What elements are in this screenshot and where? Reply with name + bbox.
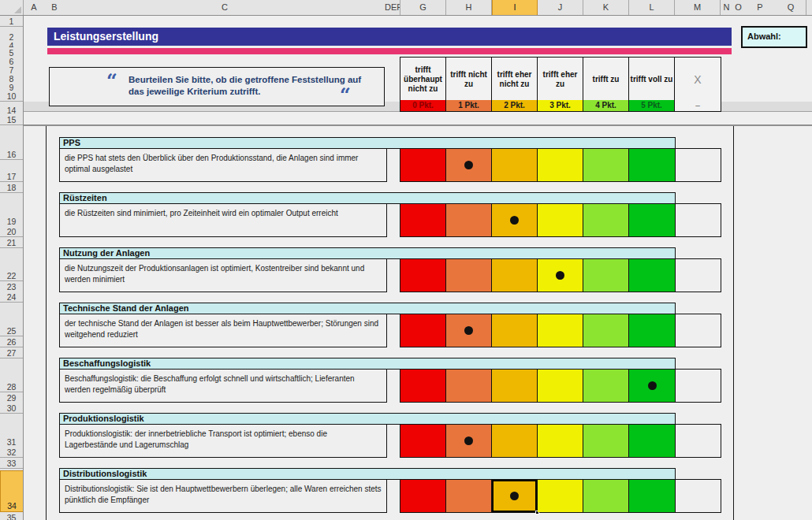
rating-cell-5pkt[interactable] bbox=[629, 425, 675, 457]
rating-cell-0pkt[interactable] bbox=[400, 425, 446, 457]
column-header-def[interactable]: DEF bbox=[385, 0, 400, 15]
criterion-statement: der technische Stand der Anlagen ist bes… bbox=[59, 314, 387, 347]
row-header-21[interactable]: 21 bbox=[0, 237, 23, 248]
row-header-31[interactable]: 31 bbox=[0, 436, 23, 448]
rating-cell-2pkt[interactable] bbox=[492, 204, 538, 236]
rating-cell-1pkt[interactable] bbox=[446, 425, 492, 457]
rating-cell-4pkt[interactable] bbox=[583, 259, 629, 292]
row-header-30[interactable]: 30 bbox=[0, 403, 23, 414]
rating-cell-5pkt[interactable] bbox=[629, 370, 675, 402]
rating-cell-3pkt[interactable] bbox=[538, 480, 583, 512]
rating-cell-4pkt[interactable] bbox=[583, 204, 629, 236]
rating-row bbox=[400, 479, 676, 513]
na-cell[interactable] bbox=[675, 203, 721, 237]
row-header-16[interactable]: 16 bbox=[0, 149, 23, 160]
rating-cell-2pkt[interactable] bbox=[492, 370, 538, 402]
rating-cell-4pkt[interactable] bbox=[583, 149, 629, 181]
column-header-c[interactable]: C bbox=[65, 0, 386, 15]
rating-row bbox=[400, 424, 676, 458]
rating-cell-0pkt[interactable] bbox=[400, 314, 446, 347]
rating-cell-1pkt[interactable] bbox=[446, 314, 492, 347]
column-header-m[interactable]: M bbox=[675, 0, 721, 15]
rating-row bbox=[400, 258, 676, 292]
row-header-15[interactable]: 15 bbox=[0, 114, 23, 125]
rating-cell-0pkt[interactable] bbox=[400, 149, 446, 181]
row-header-1[interactable]: 1 bbox=[0, 16, 23, 27]
select-all-corner[interactable] bbox=[0, 0, 24, 15]
column-header-j[interactable]: J bbox=[538, 0, 583, 15]
na-cell[interactable] bbox=[675, 424, 721, 458]
rating-cell-4pkt[interactable] bbox=[583, 314, 629, 347]
scale-header-1: trifft nicht zu bbox=[446, 58, 492, 101]
rating-cell-5pkt[interactable] bbox=[629, 204, 675, 236]
row-header-35[interactable]: 35 bbox=[0, 512, 23, 520]
na-cell[interactable] bbox=[675, 479, 721, 513]
row-header-25[interactable]: 25 bbox=[0, 325, 23, 336]
rating-cell-4pkt[interactable] bbox=[583, 370, 629, 402]
row-header-23[interactable]: 23 bbox=[0, 281, 23, 292]
column-header-n[interactable]: N bbox=[721, 0, 733, 15]
na-cell[interactable] bbox=[675, 369, 721, 403]
rating-cell-5pkt[interactable] bbox=[629, 480, 675, 512]
rating-cell-2pkt[interactable] bbox=[492, 314, 538, 347]
rating-cell-5pkt[interactable] bbox=[629, 259, 675, 292]
row-header-28[interactable]: 28 bbox=[0, 381, 23, 392]
rating-cell-4pkt[interactable] bbox=[583, 425, 629, 457]
rating-cell-3pkt[interactable] bbox=[538, 204, 583, 236]
row-header-29[interactable]: 29 bbox=[0, 392, 23, 403]
column-header-i[interactable]: I bbox=[492, 0, 538, 15]
category-bar: Technische Stand der Anlagen bbox=[59, 303, 676, 314]
row-header-20[interactable]: 20 bbox=[0, 226, 23, 237]
row-header-26[interactable]: 26 bbox=[0, 336, 23, 347]
criterion-statement: die Rüstzeiten sind minimiert, pro Zeite… bbox=[59, 203, 387, 237]
rating-cell-3pkt[interactable] bbox=[538, 149, 583, 181]
rating-cell-1pkt[interactable] bbox=[446, 259, 492, 292]
rating-cell-0pkt[interactable] bbox=[400, 370, 446, 402]
column-header-a[interactable]: A bbox=[24, 0, 45, 15]
rating-cell-3pkt[interactable] bbox=[538, 314, 583, 347]
na-cell[interactable] bbox=[675, 148, 721, 182]
rating-cell-0pkt[interactable] bbox=[400, 204, 446, 236]
row-header-27[interactable]: 27 bbox=[0, 347, 23, 358]
column-header-q[interactable]: Q bbox=[776, 0, 806, 15]
rating-cell-3pkt[interactable] bbox=[538, 370, 583, 402]
row-header-32[interactable]: 32 bbox=[0, 447, 23, 458]
column-header-p[interactable]: P bbox=[744, 0, 777, 15]
row-header-19[interactable]: 19 bbox=[0, 216, 23, 227]
rating-cell-5pkt[interactable] bbox=[629, 149, 675, 181]
row-header-17[interactable]: 17 bbox=[0, 171, 23, 182]
rating-cell-4pkt[interactable] bbox=[583, 480, 629, 512]
rating-cell-0pkt[interactable] bbox=[400, 480, 446, 512]
column-header-g[interactable]: G bbox=[400, 0, 446, 15]
rating-cell-2pkt[interactable] bbox=[492, 149, 538, 181]
rating-cell-5pkt[interactable] bbox=[629, 314, 675, 347]
abwahl-box[interactable]: Abwahl: bbox=[741, 26, 807, 48]
rating-cell-1pkt[interactable] bbox=[446, 370, 492, 402]
column-header-o[interactable]: O bbox=[732, 0, 745, 15]
rating-cell-2pkt[interactable] bbox=[492, 425, 538, 457]
rating-cell-3pkt[interactable] bbox=[538, 259, 583, 292]
column-header-l[interactable]: L bbox=[629, 0, 675, 15]
row-header-24[interactable]: 24 bbox=[0, 292, 23, 303]
rating-cell-2pkt[interactable] bbox=[492, 259, 538, 292]
rating-cell-1pkt[interactable] bbox=[446, 480, 492, 512]
rating-cell-0pkt[interactable] bbox=[400, 259, 446, 292]
na-cell[interactable] bbox=[675, 314, 721, 347]
corner-triangle-icon bbox=[14, 6, 21, 13]
rating-cell-3pkt[interactable] bbox=[538, 425, 583, 457]
row-header-33[interactable]: 33 bbox=[0, 458, 23, 469]
rating-cell-1pkt[interactable] bbox=[446, 204, 492, 236]
column-header-k[interactable]: K bbox=[583, 0, 629, 15]
row-header-34[interactable]: 34 bbox=[0, 470, 23, 512]
rating-cell-2pkt[interactable] bbox=[492, 480, 538, 512]
column-header-h[interactable]: H bbox=[446, 0, 492, 15]
rating-cell-1pkt[interactable] bbox=[446, 149, 492, 181]
accent-bar bbox=[47, 48, 732, 54]
category-bar: Distributionslogistik bbox=[59, 468, 676, 480]
column-header-b[interactable]: B bbox=[44, 0, 65, 15]
row-header-22[interactable]: 22 bbox=[0, 270, 23, 281]
rating-dot bbox=[464, 161, 473, 169]
row-header-18[interactable]: 18 bbox=[0, 182, 23, 193]
na-cell[interactable] bbox=[675, 258, 721, 292]
row-header-10[interactable]: 10 bbox=[0, 91, 23, 102]
